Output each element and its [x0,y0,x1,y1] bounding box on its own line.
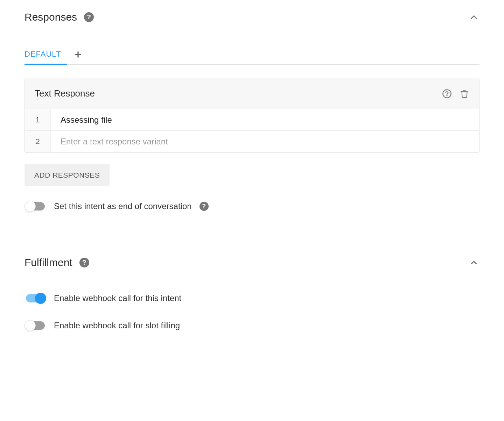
svg-point-3 [447,95,447,96]
add-tab-button[interactable] [67,45,89,64]
end-conversation-row: Set this intent as end of conversation ? [24,200,479,212]
help-icon[interactable]: ? [200,202,209,211]
collapse-fulfillment-icon[interactable] [468,257,479,268]
end-conversation-label: Set this intent as end of conversation [54,201,192,211]
trash-icon[interactable] [460,89,469,99]
fulfillment-section: Fulfillment ? Enable webhook call for th… [24,252,479,331]
fulfillment-toggles: Enable webhook call for this intent Enab… [24,292,479,331]
response-tabs: DEFAULT [24,45,479,65]
text-response-card: Text Response 1 2 [24,78,479,153]
fulfillment-section-header: Fulfillment ? [24,252,479,273]
row-number: 1 [25,109,51,130]
fulfillment-header-left: Fulfillment ? [24,257,89,269]
text-response-input-2[interactable] [51,131,479,152]
webhook-slot-label: Enable webhook call for slot filling [54,321,180,330]
row-number: 2 [25,131,51,152]
webhook-intent-label: Enable webhook call for this intent [54,293,181,303]
text-response-actions [442,89,469,99]
svg-point-2 [443,90,451,98]
text-response-row: 1 [25,109,479,131]
responses-header-left: Responses ? [24,11,94,23]
fulfillment-title: Fulfillment [24,257,72,269]
text-response-row: 2 [25,131,479,152]
collapse-responses-icon[interactable] [468,12,479,23]
help-icon[interactable]: ? [84,12,94,22]
responses-title: Responses [24,11,77,23]
webhook-slot-toggle[interactable] [24,320,46,331]
help-icon[interactable]: ? [79,258,89,267]
divider [7,237,497,237]
text-response-title: Text Response [35,88,95,99]
text-response-header: Text Response [25,78,479,109]
add-responses-button[interactable]: ADD RESPONSES [24,164,110,186]
webhook-slot-row: Enable webhook call for slot filling [24,320,479,331]
help-outline-icon[interactable] [442,89,452,99]
tab-default[interactable]: DEFAULT [24,45,67,64]
webhook-intent-toggle[interactable] [24,292,46,304]
webhook-intent-row: Enable webhook call for this intent [24,292,479,304]
responses-section-header: Responses ? [24,7,479,27]
end-conversation-toggle[interactable] [24,200,46,212]
text-response-input-1[interactable] [51,109,479,130]
